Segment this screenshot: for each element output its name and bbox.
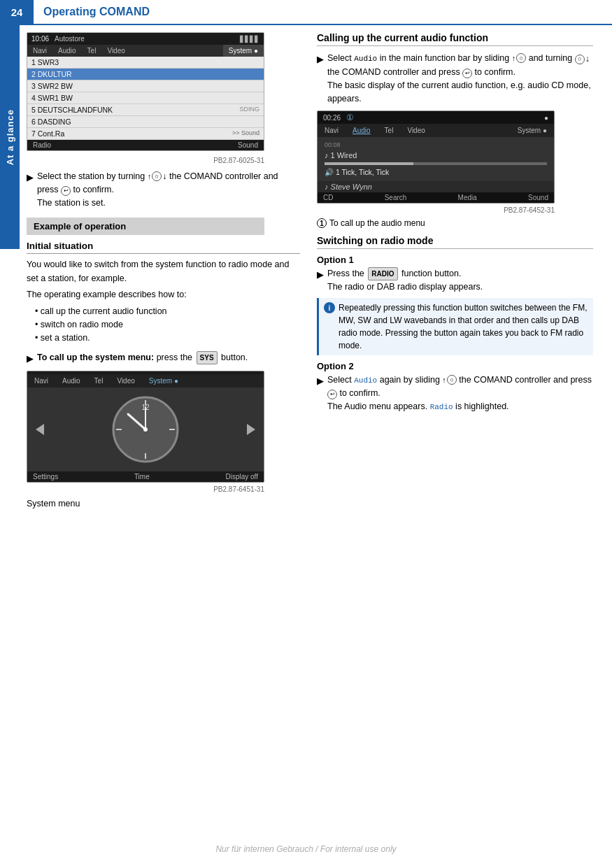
section1-bullet-text: Select Audio in the main function bar by… [327, 52, 593, 105]
bullet-arrow-icon: ▶ [317, 52, 324, 66]
annotation-row: 1 To call up the audio menu [317, 218, 593, 228]
sys-nav-navi[interactable]: Navi [27, 376, 55, 386]
radio-list-item: 2 DKULTUR [27, 69, 264, 80]
option1-heading: Option 1 [317, 255, 593, 265]
audio-nav-video[interactable]: Video [400, 125, 432, 136]
radio-list-item: 5 DEUTSCHLANDFUNKSDING [27, 104, 264, 116]
audio-progress-fill [325, 162, 413, 165]
audio-bottom-media: Media [458, 194, 477, 201]
audio-nav-navi[interactable]: Navi [318, 125, 346, 136]
system-screen-bottombar: Settings Time Display off [27, 471, 264, 482]
audio-bottom-search: Search [385, 194, 407, 201]
option1-bullet: ▶ Press the RADIO function button. The r… [317, 267, 593, 294]
system-screen-content: 12 [27, 387, 264, 471]
bullet-arrow-icon: ▶ [317, 268, 324, 282]
audio-nav-system[interactable]: System ● [511, 125, 554, 136]
radio-list: 1 SWR3 2 DKULTUR 3 SWR2 BW 4 SWR1 BW 5 D… [27, 57, 264, 140]
sys-nav-tel[interactable]: Tel [87, 376, 111, 386]
initial-situation-text1: You would like to switch from the system… [27, 258, 300, 285]
audio-signal: ● [544, 114, 548, 122]
audio-song-time: 00:08 [325, 141, 547, 148]
radio-list-item: 6 DASDING [27, 116, 264, 128]
audio-progress-bar [325, 162, 547, 165]
system-menu-bullet-text: To call up the system menu: press the SY… [37, 351, 248, 364]
audio-nav-tel[interactable]: Tel [378, 125, 401, 136]
radio-screen-menu: Navi Audio Tel Video System ● [27, 45, 264, 57]
sys-button: SYS [197, 351, 218, 364]
option2-bullet: ▶ Select Audio again by sliding ↑○ the C… [317, 373, 593, 413]
right-column: Calling up the current audio function ▶ … [310, 32, 600, 514]
radio-time: 10:06 [31, 35, 49, 43]
side-tab: At a glance [0, 25, 20, 249]
audio-bottombar: CD Search Media Sound [318, 192, 554, 203]
radio-menu-audio[interactable]: Audio [52, 45, 82, 57]
option2-heading: Option 2 [317, 361, 593, 371]
initial-situation-heading: Initial situation [27, 241, 300, 254]
bullet-arrow-icon: ▶ [317, 374, 324, 388]
radio-menu-system[interactable]: System ● [223, 45, 264, 57]
radio-autostore: Autostore [55, 35, 85, 43]
sys-bottom-settings: Settings [33, 473, 58, 481]
radio-menu-video[interactable]: Video [101, 45, 130, 57]
audio-nav-audio[interactable]: Audio [346, 125, 378, 136]
info-box: i Repeatedly pressing this function butt… [317, 298, 593, 355]
radio-bottom-right: Sound [238, 141, 258, 149]
system-screen: Navi Audio Tel Video System ● [27, 371, 264, 483]
audio-indicator: ① [346, 113, 354, 122]
audio-artist: ♪ Steve Wynn [318, 181, 554, 192]
sys-nav-system[interactable]: System ● [142, 376, 185, 386]
sys-bottom-time: Time [134, 473, 150, 481]
station-bullet-text: Select the station by turning ↑○↓ the CO… [37, 170, 300, 209]
sys-screen-caption: PB2.87-6451-31 [27, 485, 264, 493]
sys-nav-left-arrow[interactable] [34, 422, 45, 436]
radio-list-item: 4 SWR1 BW [27, 92, 264, 104]
initial-situation-text2: The operating example describes how to: [27, 288, 300, 301]
svg-marker-10 [247, 424, 255, 435]
audio-screen: 00:26 ① ● Navi Audio Tel Video System ● … [317, 111, 555, 204]
station-bullet-section: ▶ Select the station by turning ↑○↓ the … [27, 170, 300, 209]
dot-list-item: switch on radio mode [35, 318, 300, 332]
audio-artist-icon: ♪ [325, 183, 329, 191]
side-tab-label: At a glance [5, 109, 15, 165]
audio-song-title: ♪ 1 Wired [325, 151, 547, 159]
content-area: 10:06 Autostore ▋▋▋▋ Navi Audio Tel Vide… [0, 25, 612, 514]
section1-bullet: ▶ Select Audio in the main function bar … [317, 52, 593, 105]
radio-screen-topbar: 10:06 Autostore ▋▋▋▋ [27, 33, 264, 45]
example-box: Example of operation [27, 218, 264, 235]
radio-list-item: 1 SWR3 [27, 57, 264, 69]
sys-nav-right-arrow[interactable] [245, 422, 257, 436]
page-header: 24 Operating COMAND [0, 0, 612, 25]
audio-nav: Navi Audio Tel Video System ● [318, 124, 554, 137]
section1-heading: Calling up the current audio function [317, 32, 593, 46]
radio-menu-navi[interactable]: Navi [27, 45, 52, 57]
section2-heading: Switching on radio mode [317, 235, 593, 249]
page-title: Operating COMAND [43, 6, 150, 18]
audio-screen-caption: PB2.87-6452-31 [317, 206, 555, 214]
radio-menu-tel[interactable]: Tel [82, 45, 102, 57]
audio-track-name: 1 Tick, Tick, Tick [336, 168, 389, 176]
audio-time: 00:26 [323, 114, 341, 122]
sys-nav-video[interactable]: Video [110, 376, 141, 386]
info-icon: i [324, 302, 335, 313]
page-number: 24 [0, 0, 34, 24]
audio-bottom-sound: Sound [528, 194, 548, 201]
svg-marker-0 [36, 424, 44, 435]
clock-face: 12 [111, 394, 180, 464]
option1-bullet-text: Press the RADIO function button. The rad… [327, 267, 483, 294]
system-menu-bullet: ▶ To call up the system menu: press the … [27, 351, 300, 366]
audio-main: 00:08 ♪ 1 Wired 🔊 1 Tick, Tick, Tick [318, 137, 554, 181]
left-column: 10:06 Autostore ▋▋▋▋ Navi Audio Tel Vide… [20, 32, 310, 514]
audio-track-info: 🔊 1 Tick, Tick, Tick [325, 168, 547, 177]
station-bullet: ▶ Select the station by turning ↑○↓ the … [27, 170, 300, 209]
system-menu-label: System menu [27, 497, 300, 511]
audio-bottom-cd: CD [323, 194, 333, 201]
radio-list-item: 7 Cont.Ra>> Sound [27, 128, 264, 140]
bullet-arrow-icon: ▶ [27, 171, 34, 185]
radio-screen-caption: PB2.87-6025-31 [27, 157, 264, 164]
dot-list-item: call up the current audio function [35, 305, 300, 318]
radio-screen-bottombar: Radio Sound [27, 140, 264, 150]
annotation-circle-icon: 1 [317, 218, 327, 228]
option2-bullet-text: Select Audio again by sliding ↑○ the COM… [327, 373, 593, 413]
sys-nav-audio[interactable]: Audio [55, 376, 87, 386]
page-footer: Nur für internen Gebrauch / For internal… [0, 844, 612, 854]
